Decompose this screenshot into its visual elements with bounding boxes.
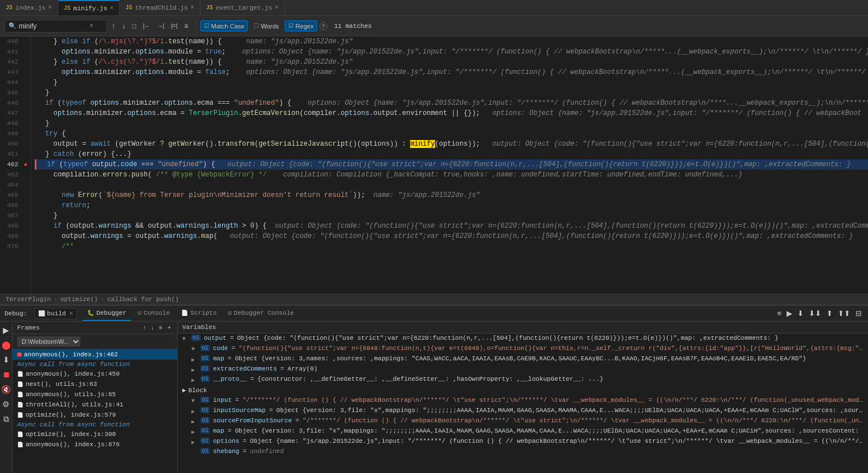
resume-button[interactable]: ▶	[1, 324, 11, 336]
frames-header: Frames ↑ ↓ ≡ +	[13, 322, 177, 334]
frame-item-0[interactable]: anonymous(), index.js:462	[13, 349, 177, 360]
var-eq-extracted: =	[280, 365, 284, 372]
debug-evaluate-button[interactable]: ⬆⬆	[836, 309, 852, 318]
frame-item-4[interactable]: 📄 throttleAll(), utils.js:41	[13, 400, 177, 410]
debug-settings-button[interactable]: ≡	[775, 309, 783, 318]
frames-dropdown[interactable]: D:\WebstormW...	[17, 336, 80, 347]
var-row-input[interactable]: ▼ oi input = "/*******/ (function () { /…	[178, 396, 868, 406]
var-type-output: oi	[191, 335, 200, 341]
frame-item-7[interactable]: 📄 anonymous(), index.js:676	[13, 439, 177, 450]
var-row-output[interactable]: ▼ oi output = Object {code: "(function()…	[178, 334, 868, 344]
code-line-468: if (output.warnings && output.warnings.l…	[35, 221, 868, 231]
block-toggle[interactable]: ▶	[182, 386, 186, 394]
settings-btn[interactable]: ⚙	[1, 398, 11, 410]
frame-file-icon-3: 📄	[17, 392, 23, 398]
tab-debugger[interactable]: 🐛 Debugger	[83, 306, 131, 321]
stop-btn[interactable]: ⏹	[1, 368, 12, 381]
step-into-btn[interactable]: ⬇	[1, 353, 11, 366]
search-bar: 🔍 × ↑ ↓ □ |← →| |=| ≡ ☑ Match Case ☐ Wor…	[0, 16, 868, 36]
var-toggle-shebang	[191, 449, 198, 455]
var-toggle-proto[interactable]: ▶	[191, 377, 198, 384]
frame-item-5[interactable]: 📄 optimize(), index.js:579	[13, 410, 177, 420]
var-row-sourcefrom[interactable]: ▶ oi sourceFromInputSource = "/*******/ …	[178, 416, 868, 426]
breadcrumb-item-2[interactable]: optimize()	[60, 296, 98, 303]
step-over-btn[interactable]: ⬤	[0, 339, 13, 351]
var-toggle-code[interactable]: ▼	[191, 346, 198, 352]
regex-help-button[interactable]: ?	[320, 22, 327, 30]
frame-label-1: anonymous(), index.js:450	[26, 371, 120, 377]
frames-up-button[interactable]: ↑	[141, 324, 148, 331]
var-row-extractedcomments[interactable]: ▶ oi extractedComments = Array(0)	[178, 364, 868, 375]
close-tab-index[interactable]: ×	[48, 5, 52, 11]
var-toggle-output[interactable]: ▼	[182, 336, 189, 342]
debug-run-to-cursor-button[interactable]: ⬆	[825, 309, 834, 318]
var-toggle-extracted[interactable]: ▶	[191, 367, 198, 373]
frames-filter-button[interactable]: ≡	[157, 324, 164, 331]
search-next-button[interactable]: ↓	[120, 21, 128, 31]
block-header[interactable]: ▶ Block	[178, 385, 868, 396]
tab-console[interactable]: ⊡ Console	[133, 306, 174, 321]
tab-console-label: Console	[144, 310, 170, 316]
search-option-3-button[interactable]: |=|	[169, 22, 179, 30]
var-toggle-options[interactable]: ▶	[191, 439, 198, 446]
breadcrumb-item-1[interactable]: TerserPlugin	[6, 296, 51, 303]
var-row-map2[interactable]: ▶ oi map = Object {version: 3,file: "x",…	[178, 426, 868, 437]
tab-event-target[interactable]: JS event_target.js ×	[200, 0, 285, 15]
debug-step-out-button[interactable]: ⬇⬇	[807, 309, 823, 318]
tab-thread-child[interactable]: JS threadChild.js ×	[120, 0, 200, 15]
search-option-2-button[interactable]: →|	[155, 22, 167, 30]
search-input[interactable]	[19, 22, 87, 30]
tab-scripts[interactable]: 📄 Scripts	[177, 306, 221, 321]
search-select-all-button[interactable]: □	[130, 21, 138, 31]
var-toggle-map[interactable]: ▶	[191, 356, 198, 363]
copy-btn[interactable]: ⧉	[2, 413, 11, 426]
search-option-1-button[interactable]: |←	[141, 22, 153, 30]
debug-tools: ≡ ▶ ⬇ ⬇⬇ ⬆ ⬆⬆ ⊟	[775, 309, 863, 318]
debug-frames-button[interactable]: ⊟	[854, 309, 863, 318]
var-name-extracted: extractedComments	[213, 365, 277, 372]
close-tab-thread[interactable]: ×	[191, 5, 194, 11]
var-row-proto[interactable]: ▶ oi __proto__ = {constructor: ,__define…	[178, 375, 868, 385]
words-button[interactable]: ☐ Words	[250, 20, 282, 31]
debug-step-into-button[interactable]: ⬇	[796, 309, 805, 318]
close-tab-minify[interactable]: ×	[110, 5, 113, 11]
mute-btn[interactable]: 🔇	[0, 383, 13, 396]
separator	[195, 21, 196, 31]
search-prev-button[interactable]: ↑	[109, 21, 117, 31]
match-case-button[interactable]: ☑ Match Case	[200, 20, 248, 31]
code-scroll[interactable]: 440 441 442 443 444 445 446 447 448 449 …	[0, 36, 868, 294]
code-line-442: } else if (/\.cjs(\?.*)?$/i.test(name)) …	[35, 57, 868, 67]
close-tab-event[interactable]: ×	[275, 5, 279, 11]
frame-label-2: next(), utils.js:63	[26, 381, 97, 388]
var-eq-code: =	[231, 345, 235, 352]
var-row-inputsourcemap[interactable]: ▶ oi inputSourceMap = Object {version: 3…	[178, 406, 868, 416]
var-row-shebang[interactable]: oi shebang = undefined	[178, 447, 868, 457]
var-row-map[interactable]: ▶ oi map = Object {version: 3,names: ,so…	[178, 354, 868, 364]
clear-search-icon[interactable]: ×	[89, 22, 93, 30]
frame-item-1[interactable]: 📄 anonymous(), index.js:450	[13, 369, 177, 379]
var-toggle-inputsourcemap[interactable]: ▶	[191, 408, 198, 415]
var-type-code: oi	[200, 345, 210, 351]
frames-down-button[interactable]: ↓	[149, 324, 155, 331]
frame-item-3[interactable]: 📄 anonymous(), utils.js:65	[13, 389, 177, 400]
frame-label-7: anonymous(), index.js:676	[26, 441, 120, 448]
search-filter-button[interactable]: ≡	[182, 21, 191, 31]
var-toggle-input[interactable]: ▼	[191, 398, 198, 404]
close-build-tab[interactable]: ×	[69, 310, 73, 317]
breadcrumb-item-3[interactable]: callback for push()	[107, 296, 178, 303]
frames-add-button[interactable]: +	[166, 324, 173, 331]
var-name-map: map	[213, 355, 224, 362]
var-row-code[interactable]: ▼ oi code = "(function(){"use strict";va…	[178, 344, 868, 354]
frame-item-2[interactable]: 📄 next(), utils.js:63	[13, 379, 177, 389]
tab-debugger-console[interactable]: ⊡ Debugger Console	[224, 306, 299, 321]
debug-step-over-button[interactable]: ▶	[785, 309, 794, 318]
tab-index-js[interactable]: JS index.js ×	[0, 0, 58, 15]
var-toggle-map2[interactable]: ▶	[191, 429, 198, 435]
var-row-options[interactable]: ▶ oi options = Object {name: "js/app.201…	[178, 437, 868, 447]
frame-item-6[interactable]: 📄 optimize(), index.js:300	[13, 429, 177, 439]
regex-button[interactable]: ☑ Regex	[285, 20, 317, 31]
tab-minify-js[interactable]: JS minify.js ×	[58, 0, 120, 15]
frame-label-3: anonymous(), utils.js:65	[26, 391, 116, 398]
variables-body[interactable]: ▼ oi output = Object {code: "(function()…	[178, 334, 868, 473]
var-toggle-sourcefrom[interactable]: ▶	[191, 418, 198, 425]
